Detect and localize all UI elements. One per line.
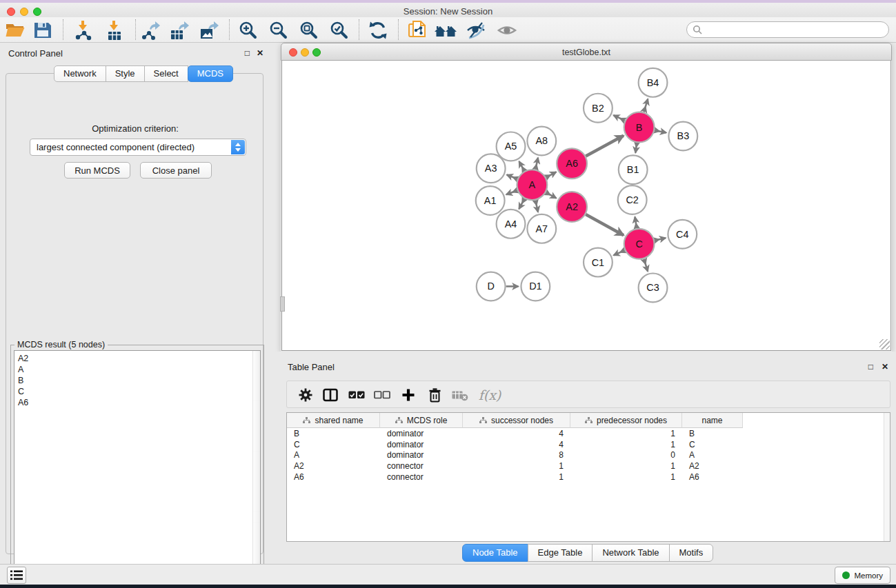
table-cell[interactable]: 4	[463, 439, 570, 450]
export-image-icon[interactable]	[197, 19, 221, 41]
result-item[interactable]: A2	[14, 353, 260, 364]
delete-table-icon[interactable]	[450, 385, 470, 405]
graph-edge-C-C3[interactable]	[644, 259, 648, 272]
task-history-button[interactable]	[7, 567, 26, 584]
close-panel-icon[interactable]: ✕	[257, 48, 263, 58]
table-row[interactable]: Adominator80A	[287, 449, 890, 460]
column-header-mcds-role[interactable]: MCDS role	[380, 413, 463, 428]
zoom-selected-icon[interactable]	[328, 19, 351, 41]
graph-edge-B-B3[interactable]	[655, 130, 666, 132]
table-cell[interactable]: 1	[570, 460, 682, 472]
unselect-all-columns-icon[interactable]	[372, 385, 392, 405]
zoom-in-icon[interactable]	[237, 19, 260, 41]
table-cell[interactable]: 0	[570, 449, 682, 460]
tab-network-table[interactable]: Network Table	[592, 544, 669, 562]
table-cell[interactable]: B	[287, 428, 380, 439]
graph-edge-A-A3[interactable]	[507, 174, 517, 179]
delete-column-icon[interactable]	[424, 385, 445, 405]
table-cell[interactable]: A2	[682, 460, 743, 472]
graph-edge-A-A7[interactable]	[535, 201, 538, 212]
graph-edge-C-C2[interactable]	[635, 217, 637, 228]
table-row[interactable]: A6connector11A6	[287, 472, 890, 483]
splitter-handle[interactable]	[280, 296, 285, 312]
hide-graphics-details-icon[interactable]	[464, 19, 488, 41]
select-all-columns-icon[interactable]	[346, 385, 367, 405]
open-session-icon[interactable]	[3, 19, 27, 41]
mcds-result-list[interactable]: A2 A B C A6	[14, 350, 261, 577]
tab-edge-table[interactable]: Edge Table	[528, 544, 593, 562]
column-header-predecessor-nodes[interactable]: name predecessor nodes	[570, 413, 682, 428]
table-cell[interactable]: 8	[463, 449, 570, 460]
table-cell[interactable]: 1	[463, 460, 570, 472]
tab-node-table[interactable]: Node Table	[462, 544, 528, 562]
tab-style[interactable]: Style	[106, 65, 145, 82]
criterion-select[interactable]: largest connected component (directed)	[30, 139, 246, 156]
zoom-fit-icon[interactable]	[297, 19, 321, 41]
close-table-panel-icon[interactable]: ✕	[882, 362, 888, 372]
table-cell[interactable]: A	[682, 449, 743, 460]
table-cell[interactable]: connector	[380, 472, 463, 483]
table-cell[interactable]: 1	[570, 439, 682, 450]
column-header-shared-name[interactable]: shared name	[287, 413, 380, 428]
table-row[interactable]: Bdominator41B	[287, 428, 890, 439]
import-table-icon[interactable]	[102, 19, 126, 41]
table-cell[interactable]: dominator	[380, 428, 463, 439]
show-graphics-details-icon[interactable]	[495, 19, 519, 41]
graph-edge-A-A2[interactable]	[546, 192, 556, 198]
save-session-icon[interactable]	[31, 19, 54, 41]
graph-edge-A-A6[interactable]	[546, 172, 557, 177]
table-cell[interactable]: 4	[463, 428, 570, 439]
result-item[interactable]: C	[14, 386, 260, 397]
table-cell[interactable]: A	[287, 449, 380, 460]
table-cell[interactable]: connector	[380, 460, 463, 472]
graph-edge-B-B1[interactable]	[635, 143, 637, 152]
tab-motifs[interactable]: Motifs	[669, 544, 714, 562]
home-network-icon[interactable]	[434, 19, 457, 41]
graph-edge-A-A1[interactable]	[506, 190, 517, 194]
close-panel-button[interactable]: Close panel	[140, 162, 212, 179]
graph-edge-B-B4[interactable]	[644, 99, 648, 112]
table-cell[interactable]: B	[682, 428, 743, 439]
graph-edge-A-A5[interactable]	[519, 161, 525, 171]
zoom-out-icon[interactable]	[267, 19, 290, 41]
function-builder-icon[interactable]: f(x)	[475, 385, 505, 405]
result-item[interactable]: A	[14, 364, 260, 375]
table-row[interactable]: Cdominator41C	[287, 439, 890, 450]
table-cell[interactable]: A2	[287, 460, 380, 472]
graph-edge-C-C4[interactable]	[655, 238, 666, 241]
column-header-name[interactable]: name	[682, 413, 743, 428]
export-network-icon[interactable]	[139, 19, 162, 41]
tab-network[interactable]: Network	[54, 65, 106, 82]
export-table-icon[interactable]	[168, 19, 191, 41]
create-column-icon[interactable]	[398, 385, 419, 405]
table-settings-gear-icon[interactable]	[295, 385, 316, 405]
clone-network-icon[interactable]	[406, 19, 429, 41]
network-canvas[interactable]: B4B2BB3A8A5A6A3B1AC2A1A2A4A7C4CC1C3DD1	[281, 61, 891, 351]
search-input[interactable]	[686, 21, 889, 38]
table-cell[interactable]: 1	[570, 428, 682, 439]
graph-edge-C-C1[interactable]	[614, 250, 625, 255]
run-mcds-button[interactable]: Run MCDS	[64, 162, 130, 179]
table-cell[interactable]: A6	[682, 472, 743, 483]
refresh-icon[interactable]	[366, 19, 390, 41]
table-cell[interactable]: 1	[463, 472, 570, 483]
table-cell[interactable]: dominator	[380, 449, 463, 460]
result-item[interactable]: B	[14, 375, 260, 386]
tab-mcds[interactable]: MCDS	[188, 65, 233, 82]
table-cell[interactable]: A6	[287, 472, 380, 483]
graph-edge-B-B2[interactable]	[613, 115, 624, 121]
float-table-panel-icon[interactable]: □	[868, 362, 873, 372]
column-header-successor-nodes[interactable]: successor nodes	[463, 413, 570, 428]
graph-edge-A-A4[interactable]	[519, 199, 524, 209]
network-window-titlebar[interactable]: testGlobe.txt	[281, 43, 892, 61]
float-panel-icon[interactable]: □	[245, 48, 250, 58]
tab-select[interactable]: Select	[144, 65, 188, 82]
table-scrollbar[interactable]	[884, 413, 890, 541]
table-cell[interactable]: 1	[570, 472, 682, 483]
result-list-scrollbar[interactable]	[252, 351, 260, 576]
table-row[interactable]: A2connector11A2	[287, 460, 890, 472]
table-cell[interactable]: C	[287, 439, 380, 450]
graph-edge-A-A8[interactable]	[535, 158, 538, 170]
window-resize-grip[interactable]	[879, 339, 890, 349]
show-column-panel-icon[interactable]	[320, 385, 341, 405]
